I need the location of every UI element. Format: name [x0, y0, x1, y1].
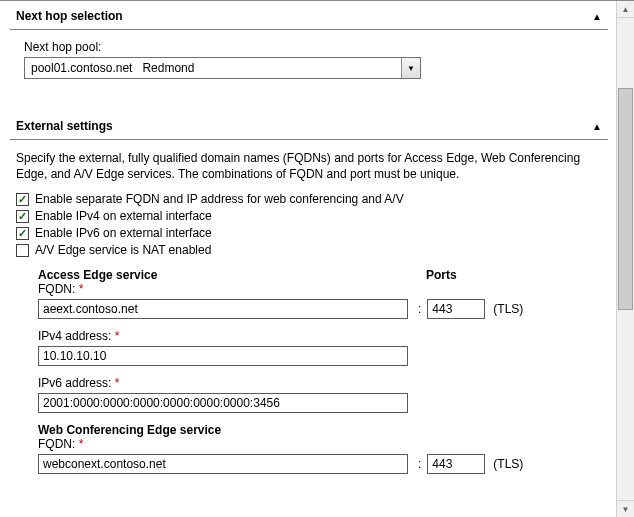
web-conf-proto-label: (TLS): [493, 457, 523, 471]
next-hop-pool-label: Next hop pool:: [24, 40, 602, 54]
separator-colon: :: [418, 457, 421, 471]
scroll-track[interactable]: [617, 18, 634, 500]
checkbox-icon[interactable]: [16, 244, 29, 257]
access-edge-title: Access Edge service: [38, 268, 426, 282]
ports-column-label: Ports: [426, 268, 457, 282]
access-edge-fqdn-input[interactable]: [38, 299, 408, 319]
web-conf-title: Web Conferencing Edge service: [38, 423, 602, 437]
web-conf-port-input[interactable]: [427, 454, 485, 474]
checkbox-ipv4-external[interactable]: ✓ Enable IPv4 on external interface: [16, 209, 602, 223]
section-title-next-hop: Next hop selection: [16, 9, 123, 23]
checkbox-icon[interactable]: ✓: [16, 193, 29, 206]
access-edge-ipv6-input[interactable]: [38, 393, 408, 413]
web-conf-fqdn-label: FQDN: *: [38, 437, 602, 451]
dialog-viewport: Next hop selection ▲ Next hop pool: pool…: [0, 0, 634, 517]
section-header-external[interactable]: External settings ▲: [10, 115, 608, 140]
checkbox-icon[interactable]: ✓: [16, 210, 29, 223]
access-edge-proto-label: (TLS): [493, 302, 523, 316]
access-edge-ipv4-label: IPv4 address: *: [38, 329, 602, 343]
access-edge-port-input[interactable]: [427, 299, 485, 319]
next-hop-pool-dropdown[interactable]: pool01.contoso.net Redmond ▼: [24, 57, 421, 79]
collapse-icon: ▲: [592, 11, 602, 22]
scroll-up-icon[interactable]: ▲: [617, 1, 634, 18]
dropdown-arrow-icon[interactable]: ▼: [401, 58, 420, 78]
section-header-next-hop[interactable]: Next hop selection ▲: [10, 5, 608, 30]
access-edge-ipv6-label: IPv6 address: *: [38, 376, 602, 390]
checkbox-label: Enable IPv6 on external interface: [35, 226, 212, 240]
section-body-external: Specify the external, fully qualified do…: [2, 140, 616, 478]
content-area: Next hop selection ▲ Next hop pool: pool…: [0, 1, 617, 517]
collapse-icon: ▲: [592, 121, 602, 132]
checkbox-label: A/V Edge service is NAT enabled: [35, 243, 211, 257]
checkbox-ipv6-external[interactable]: ✓ Enable IPv6 on external interface: [16, 226, 602, 240]
vertical-scrollbar[interactable]: ▲ ▼: [616, 1, 634, 517]
checkbox-label: Enable separate FQDN and IP address for …: [35, 192, 404, 206]
external-description: Specify the external, fully qualified do…: [16, 150, 602, 182]
checkbox-label: Enable IPv4 on external interface: [35, 209, 212, 223]
checkbox-separate-fqdn[interactable]: ✓ Enable separate FQDN and IP address fo…: [16, 192, 602, 206]
access-edge-ipv4-input[interactable]: [38, 346, 408, 366]
next-hop-pool-value: pool01.contoso.net Redmond: [25, 58, 401, 78]
separator-colon: :: [418, 302, 421, 316]
checkbox-nat-enabled[interactable]: A/V Edge service is NAT enabled: [16, 243, 602, 257]
scroll-thumb[interactable]: [618, 88, 633, 310]
section-title-external: External settings: [16, 119, 113, 133]
checkbox-icon[interactable]: ✓: [16, 227, 29, 240]
section-body-next-hop: Next hop pool: pool01.contoso.net Redmon…: [2, 30, 616, 111]
access-edge-fqdn-label: FQDN: *: [38, 282, 602, 296]
scroll-down-icon[interactable]: ▼: [617, 500, 634, 517]
web-conf-fqdn-input[interactable]: [38, 454, 408, 474]
edge-services-block: Access Edge service Ports FQDN: * : (TLS…: [38, 260, 602, 474]
